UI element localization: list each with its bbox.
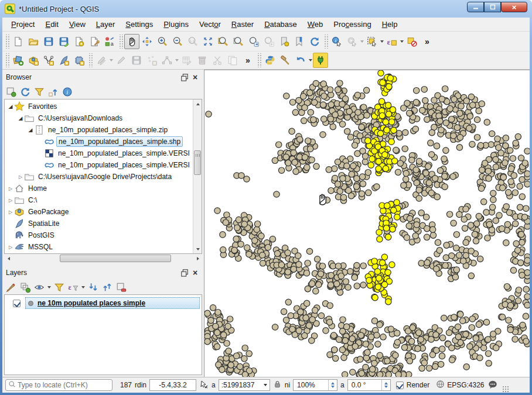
scroll-right-button[interactable] xyxy=(193,254,202,263)
float-panel-icon[interactable] xyxy=(179,268,190,277)
expander-open[interactable]: ◢ xyxy=(17,115,24,121)
tree-item[interactable]: ◢ne_10m_populated_places_simple.zip xyxy=(5,124,193,136)
tree-item[interactable]: ▷C:\Users\ujaval\Google Drive\Projects\d… xyxy=(5,171,193,183)
identify-features-icon[interactable]: i xyxy=(329,34,345,49)
tree-item[interactable]: ne_10m_populated_places_simple.VERSI xyxy=(5,147,193,159)
manage-map-themes-dropdown[interactable] xyxy=(47,280,52,295)
collapse-all-layers-icon[interactable] xyxy=(101,281,114,294)
menu-database[interactable]: Database xyxy=(259,19,302,30)
expander-open[interactable]: ◢ xyxy=(7,104,14,109)
filter-browser-icon[interactable] xyxy=(33,85,46,98)
modify-attributes-icon[interactable] xyxy=(179,53,195,68)
menu-project[interactable]: Project xyxy=(6,19,40,30)
run-feature-action-dropdown[interactable] xyxy=(360,34,364,49)
python-console-icon[interactable] xyxy=(262,53,278,68)
tree-item[interactable]: ▷Home xyxy=(5,183,193,194)
select-features-dropdown[interactable] xyxy=(380,34,384,49)
layout-manager-icon[interactable] xyxy=(71,34,87,49)
refresh-map-icon[interactable] xyxy=(307,34,322,49)
scroll-down-button[interactable] xyxy=(193,245,202,253)
expander-closed[interactable]: ▷ xyxy=(7,245,14,250)
layer-row[interactable]: ne 10m populated places simple xyxy=(5,297,202,310)
expander-closed[interactable]: ▷ xyxy=(7,186,14,191)
data-source-manager-icon[interactable] xyxy=(11,53,26,68)
plugin-active-icon[interactable] xyxy=(313,53,328,68)
tree-item[interactable]: ▷C:\ xyxy=(5,194,193,206)
expander-open[interactable]: ◢ xyxy=(27,127,34,133)
save-layer-edits-icon[interactable] xyxy=(129,53,144,68)
collapse-all-icon[interactable] xyxy=(47,85,60,98)
save-project-icon[interactable] xyxy=(41,34,56,49)
menu-help[interactable]: Help xyxy=(377,19,403,30)
manage-map-themes-icon[interactable] xyxy=(33,281,46,294)
expander-closed[interactable]: ▷ xyxy=(17,174,24,180)
new-geopackage-layer-icon[interactable] xyxy=(26,53,41,68)
deselect-all-icon[interactable] xyxy=(404,34,420,49)
extents-toggle-icon[interactable] xyxy=(199,380,209,391)
layer-visibility-checkbox[interactable] xyxy=(13,300,21,307)
minimize-button[interactable] xyxy=(467,2,484,12)
zoom-in-icon[interactable] xyxy=(155,34,170,49)
new-spatial-bookmark-icon[interactable] xyxy=(277,34,292,49)
cut-features-icon[interactable] xyxy=(210,53,225,68)
close-button[interactable]: × xyxy=(501,2,527,12)
tree-item[interactable]: ▷MSSQL xyxy=(5,241,193,253)
toolbar-handle[interactable] xyxy=(5,53,9,67)
tree-item[interactable]: ne_10m_populated_places_simple.shp xyxy=(5,136,193,147)
style-manager-icon[interactable]: a xyxy=(102,34,117,49)
expander-closed[interactable]: ▷ xyxy=(7,209,14,215)
tree-item[interactable]: ◢C:\Users\ujaval\Downloads xyxy=(5,112,193,124)
map-canvas[interactable] xyxy=(204,70,530,377)
menu-settings[interactable]: Settings xyxy=(120,19,158,30)
vertex-tool-icon[interactable] xyxy=(159,53,175,68)
current-edits-dropdown[interactable] xyxy=(109,53,114,68)
render-checkbox[interactable] xyxy=(396,382,404,389)
zoom-to-layer-icon[interactable] xyxy=(216,34,231,49)
tree-item[interactable]: ne_10m_populated_places_simple.VERSI xyxy=(5,159,193,171)
add-group-icon[interactable] xyxy=(19,281,32,294)
rotation-spinbox[interactable]: 0.0 ° xyxy=(347,379,391,391)
zoom-next-icon[interactable] xyxy=(261,34,277,49)
toolbar-handle[interactable] xyxy=(323,35,328,49)
toolbar-handle[interactable] xyxy=(118,35,123,49)
open-project-icon[interactable] xyxy=(26,34,41,49)
scroll-up-button[interactable] xyxy=(193,99,202,108)
tree-item[interactable]: SpatiaLite xyxy=(5,218,193,229)
menu-processing[interactable]: Processing xyxy=(328,19,376,30)
zoom-last-icon[interactable] xyxy=(246,34,261,49)
zoom-to-selection-icon[interactable] xyxy=(231,34,246,49)
open-layer-styling-icon[interactable] xyxy=(5,281,18,294)
select-by-expression-dropdown[interactable] xyxy=(400,34,404,49)
current-edits-icon[interactable] xyxy=(94,53,109,68)
expand-all-icon[interactable] xyxy=(87,281,100,294)
menu-edit[interactable]: Edit xyxy=(40,19,63,30)
menu-view[interactable]: View xyxy=(64,19,91,30)
resize-grip[interactable] xyxy=(502,386,509,393)
pan-map-icon[interactable] xyxy=(124,34,139,49)
remove-layer-icon[interactable] xyxy=(115,281,128,294)
maximize-button[interactable] xyxy=(484,2,501,12)
filter-by-expression-dropdown[interactable] xyxy=(81,280,86,295)
toolbar-handle[interactable] xyxy=(257,53,261,67)
filter-legend-icon[interactable] xyxy=(53,281,66,294)
save-project-as-icon[interactable] xyxy=(56,34,71,49)
toolbar-overflow-icon[interactable]: » xyxy=(240,53,255,68)
menu-raster[interactable]: Raster xyxy=(226,19,259,30)
lock-scale-icon[interactable] xyxy=(273,380,282,390)
tree-item[interactable]: PostGIS xyxy=(5,229,193,241)
filter-by-expression-icon[interactable]: ε xyxy=(67,281,80,294)
toolbar-handle[interactable] xyxy=(88,53,93,67)
expander-closed[interactable]: ▷ xyxy=(7,198,14,203)
close-panel-icon[interactable]: × xyxy=(190,268,200,277)
toolbar-handle[interactable] xyxy=(5,35,9,49)
undo-dropdown[interactable] xyxy=(308,53,313,68)
locator-input[interactable] xyxy=(18,381,110,389)
toggle-editing-icon[interactable] xyxy=(114,53,129,68)
tree-item[interactable]: ◢Favorites xyxy=(5,101,193,112)
browser-vertical-scrollbar[interactable] xyxy=(193,99,202,253)
new-project-icon[interactable] xyxy=(11,34,26,49)
scroll-thumb[interactable] xyxy=(194,150,201,175)
scale-combobox[interactable]: :51991837 xyxy=(219,379,270,391)
coordinate-box[interactable]: -5.4,33.2 xyxy=(149,379,196,391)
menu-plugins[interactable]: Plugins xyxy=(158,19,194,30)
